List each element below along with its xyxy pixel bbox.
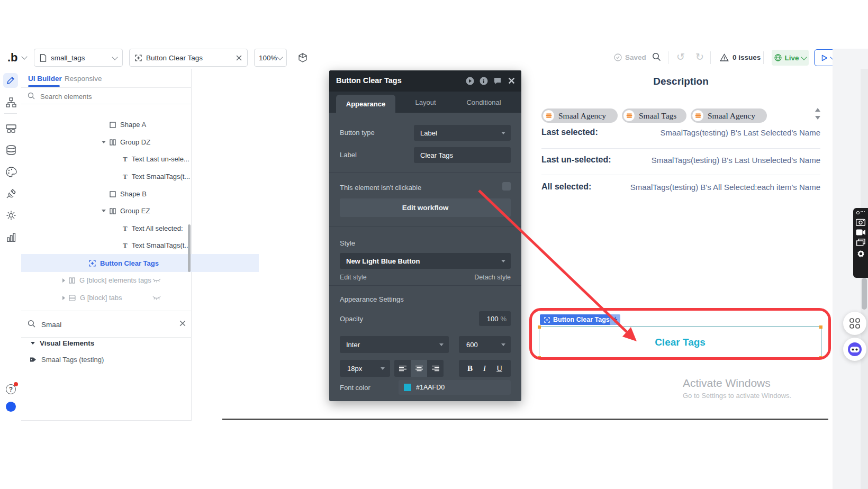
row-value: SmaalTags(testing) B's Last Selected's N… (660, 128, 820, 137)
assistant-icon[interactable] (6, 402, 16, 412)
tag-pill[interactable]: Smaal Agency (541, 108, 618, 123)
chevron-down-icon (501, 260, 505, 262)
edit-style-link[interactable]: Edit style (340, 274, 367, 281)
box-3d-icon[interactable] (297, 52, 308, 63)
search-elements-input[interactable] (39, 90, 168, 102)
opacity-input[interactable]: 100 % (479, 311, 511, 326)
tree-item-text-smaaltags-1[interactable]: T Text SmaalTags(t... (0, 168, 293, 185)
font-weight-dropdown[interactable]: 600 (459, 336, 511, 353)
spinner-up-icon[interactable] (815, 108, 820, 112)
italic-button[interactable]: I (483, 364, 486, 373)
tree-item-text-smaaltags-2[interactable]: T Text SmaalTags(t... (0, 237, 293, 254)
element-search-box[interactable]: Button Clear Tags (129, 49, 248, 67)
tag-pill[interactable]: Smaal Tags (622, 108, 686, 123)
info-icon[interactable] (480, 77, 488, 85)
tab-ui-builder[interactable]: UI Builder (28, 75, 62, 83)
resize-handle[interactable] (538, 356, 541, 359)
resize-handle[interactable] (538, 325, 541, 329)
font-color-field[interactable]: #1AAFD0 (399, 380, 511, 395)
hidden-eye-icon[interactable] (152, 295, 161, 301)
search-icon[interactable] (652, 52, 661, 61)
workflow-chip[interactable] (610, 314, 620, 325)
align-right-button[interactable] (427, 360, 444, 377)
share-dots-icon[interactable] (856, 211, 865, 215)
label-input[interactable]: Clear Tags (414, 147, 511, 163)
undo-icon[interactable]: ↺ (676, 51, 685, 63)
tree-item-text-all-selected[interactable]: T Text All selected: (0, 220, 293, 237)
rail-design-active[interactable] (3, 73, 18, 88)
tag-pill[interactable]: Smaal Agency (691, 108, 767, 123)
globe-icon (774, 54, 782, 61)
tab-conditional[interactable]: Conditional (464, 98, 503, 106)
bold-button[interactable]: B (467, 364, 473, 373)
divider (763, 51, 764, 64)
page-dropdown[interactable]: small_tags (34, 49, 123, 67)
search-result-smaal-tags[interactable]: Smaal Tags (testing) (30, 356, 104, 364)
row-value: SmaalTags(testing) B's All Selected:each… (630, 183, 820, 192)
divider (710, 51, 711, 64)
align-center-button[interactable] (411, 360, 427, 377)
tab-appearance[interactable]: Appearance (336, 95, 395, 113)
run-icon[interactable] (466, 77, 474, 85)
tree-item-shape-b[interactable]: Shape B (0, 185, 279, 203)
video-camera-icon[interactable] (856, 229, 865, 236)
play-icon (821, 55, 828, 61)
tab-layout[interactable]: Layout (414, 98, 437, 106)
redo-icon[interactable]: ↻ (695, 51, 704, 63)
underline-button[interactable]: U (496, 364, 502, 373)
resize-handle[interactable] (819, 356, 822, 359)
clickable-checkbox[interactable] (502, 182, 511, 191)
group-icon (69, 277, 75, 284)
app-logo[interactable]: .b (7, 51, 18, 65)
live-dropdown[interactable]: Live (772, 50, 809, 66)
logo-chevron-icon[interactable] (21, 53, 27, 59)
button-type-dropdown[interactable]: Label (414, 125, 511, 141)
tree-item-button-clear-tags[interactable]: Button Clear Tags (21, 254, 259, 272)
caret-expanded-icon[interactable] (102, 141, 106, 146)
camera-icon[interactable] (856, 218, 865, 226)
tab-responsive[interactable]: Responsive (65, 75, 102, 83)
font-family-dropdown[interactable]: Inter (340, 336, 449, 353)
close-icon[interactable] (236, 55, 242, 61)
tree-scrollbar[interactable] (188, 224, 191, 272)
font-size-dropdown[interactable]: 18px (340, 360, 390, 377)
hidden-eye-icon[interactable] (152, 278, 161, 283)
page-dropdown-label: small_tags (51, 54, 113, 62)
spinner-down-icon[interactable] (815, 116, 820, 120)
assistant-widget[interactable] (843, 338, 866, 361)
gear-icon[interactable] (856, 249, 865, 258)
caret-collapsed-icon[interactable] (62, 296, 65, 300)
edit-workflow-button[interactable]: Edit workflow (340, 198, 511, 217)
page-structure-icon[interactable] (5, 97, 17, 108)
caret-collapsed-icon[interactable] (62, 278, 65, 283)
caret-expanded-icon[interactable] (102, 210, 106, 214)
property-editor-header[interactable]: Button Clear Tags (329, 70, 521, 92)
comment-icon[interactable] (493, 77, 502, 85)
filter-input[interactable] (40, 319, 175, 330)
section-visual-elements[interactable]: Visual Elements (31, 339, 94, 347)
resize-handle[interactable] (819, 325, 822, 329)
detach-style-link[interactable]: Detach style (474, 274, 511, 281)
zoom-dropdown[interactable]: 100% (254, 49, 287, 67)
chevron-down-icon (501, 132, 505, 134)
grid-widget[interactable] (843, 312, 866, 335)
font-color-hex: #1AAFD0 (416, 384, 445, 391)
close-icon[interactable] (508, 77, 515, 84)
tree-item-text-last-unselected[interactable]: T Text Last un-sele... (0, 150, 293, 168)
tree-item-group-ez[interactable]: Group EZ (0, 202, 272, 220)
text-icon: T (123, 155, 128, 164)
align-left-button[interactable] (394, 360, 411, 377)
text-icon: T (123, 173, 128, 181)
tree-item-g-block-elements-tags[interactable]: G [block] elements tags (0, 271, 232, 289)
tree-item-g-block-tabs[interactable]: G [block] tabs (0, 289, 232, 306)
issues-indicator[interactable]: 0 issues (720, 53, 761, 61)
browser-scrollbar-thumb[interactable] (862, 278, 867, 310)
tree-item-shape-a[interactable]: Shape A (0, 116, 279, 133)
windows-layers-icon[interactable] (856, 239, 865, 246)
clear-tags-button[interactable]: Clear Tags (539, 327, 821, 358)
tree-item-group-dz[interactable]: Group DZ (0, 133, 272, 151)
clear-filter-icon[interactable] (179, 320, 186, 327)
selection-chip[interactable]: Button Clear Tags (540, 314, 614, 325)
style-dropdown[interactable]: New Light Blue Button (340, 253, 511, 269)
filter-border-bottom (21, 337, 192, 338)
